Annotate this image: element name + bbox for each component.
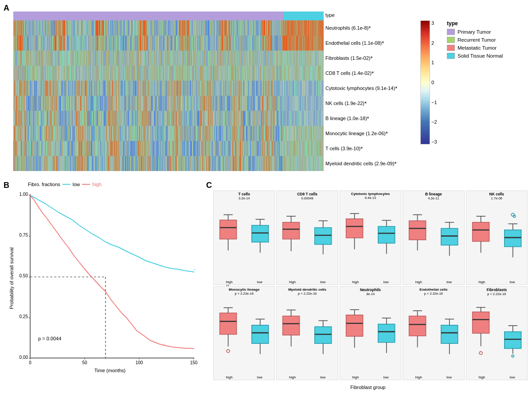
km-plot: 1.00 0.75 0.50 0.25 0.00 0 50 100 150 Ti… [8, 190, 199, 385]
boxplot-t-cells: T cells 3.2e-14 highlow [213, 191, 275, 285]
svg-rect-95 [315, 327, 332, 343]
legend-label-normal: Solid Tissue Normal [458, 53, 503, 58]
boxplot-cytotoxic: Cytotoxic lymphocytes 9.4e-13 highlow [340, 191, 401, 285]
boxplot-grid: T cells 3.2e-14 highlow CD8 [213, 191, 528, 380]
svg-text:+: + [193, 268, 196, 272]
svg-rect-47 [346, 219, 363, 238]
svg-text:Probability of overall surviva: Probability of overall survival [9, 247, 14, 309]
heatmap-row-labels: Neutrophils (6.1e-8)* Endothelial cells … [325, 20, 419, 171]
legend-label-recurrent: Recurrent Tumor [458, 37, 496, 43]
svg-rect-32 [252, 226, 269, 242]
svg-text:50: 50 [82, 360, 87, 365]
type-bar-label: type [325, 12, 335, 18]
boxplot-svg-neutrophils [340, 296, 401, 366]
heatmap-label-4: Cytotoxic lymphocytes (9.1e-14)* [325, 85, 419, 92]
boxplot-x-axis-title: Fibroblast group [350, 385, 386, 390]
svg-rect-67 [472, 222, 489, 241]
svg-text:0.25: 0.25 [20, 314, 28, 319]
boxplot-svg-fibroblasts [466, 296, 527, 366]
svg-point-78 [513, 215, 515, 217]
panel-a: A type Neutrophils (6.1e-8)* Endothelial… [4, 4, 528, 179]
boxplot-pval-endothelial: p < 2.22e-16 [403, 292, 464, 296]
svg-text:0.00: 0.00 [20, 355, 28, 360]
boxplot-cd8: CD8 T cells 0.00048 highlow [276, 191, 338, 285]
svg-text:0.75: 0.75 [20, 233, 28, 237]
legend-label-primary: Primary Tumor [458, 29, 491, 35]
svg-text:Time (months): Time (months) [94, 368, 126, 373]
boxplot-svg-cytotoxic [340, 200, 401, 270]
boxplot-title-neutrophils: Neutrophils [340, 287, 401, 292]
boxplot-pval-t-cells: 3.2e-14 [214, 196, 274, 200]
boxplot-xlabels-nk-cells: highlow [466, 280, 527, 284]
km-legend-low-label: low [73, 182, 80, 187]
svg-rect-85 [252, 325, 269, 343]
boxplot-title-cd8: CD8 T cells [277, 191, 337, 196]
svg-rect-90 [283, 316, 300, 335]
svg-rect-110 [409, 316, 426, 336]
panel-b: B Fibro. fractions low high 1.00 0.75 0.… [4, 181, 203, 398]
legend-item-normal: Solid Tissue Normal [447, 53, 520, 59]
boxplot-pval-cytotoxic: 9.4e-13 [340, 196, 401, 200]
boxplot-xlabels-t-cells: highlow [214, 280, 274, 284]
boxplot-pval-myeloid-dc: p < 2.22e-16 [277, 292, 337, 296]
svg-text:p = 0.0044: p = 0.0044 [38, 336, 61, 341]
svg-text:0: 0 [29, 360, 31, 365]
heatmap-label-9: Myeloid dendritic cells (2.9e-09)* [325, 160, 419, 167]
boxplot-xlabels-myeloid-dc: highlow [277, 375, 337, 379]
boxplot-pval-cd8: 0.00048 [277, 196, 337, 200]
colorbar-gradient [420, 20, 430, 144]
boxplot-svg-b-lineage [403, 200, 464, 270]
km-legend: Fibro. fractions low high [28, 182, 102, 187]
boxplot-neutrophils: Neutrophils 3e-14 highlow [340, 286, 401, 381]
svg-rect-105 [378, 324, 395, 342]
boxplot-pval-fibroblasts: p < 2.22e-16 [466, 292, 527, 296]
legend-title: type [447, 20, 520, 27]
heatmap-label-0: Neutrophils (6.1e-8)* [325, 25, 419, 31]
km-legend-low-line [63, 184, 70, 185]
legend-color-metastatic [447, 45, 455, 51]
svg-text:100: 100 [136, 360, 143, 365]
heatmap-label-3: CD8 T cells (1.4e-02)* [325, 70, 419, 77]
boxplot-xlabels-fibroblasts: highlow [466, 375, 527, 379]
legend-item-metastatic: Metastatic Tumor [447, 45, 520, 51]
panel-c-label: C [206, 181, 212, 190]
boxplot-monocytic: Monocytic lineage p < 2.22e-16 highlow [213, 286, 275, 381]
boxplot-title-t-cells: T cells [214, 191, 274, 196]
boxplot-svg-t-cells [214, 200, 274, 270]
boxplot-xlabels-neutrophils: highlow [340, 375, 401, 379]
type-bar-primary [13, 12, 283, 20]
svg-text:0.50: 0.50 [20, 273, 28, 278]
svg-rect-100 [346, 315, 363, 336]
svg-rect-72 [504, 230, 521, 247]
svg-point-84 [227, 349, 230, 352]
heatmap-body [13, 20, 324, 171]
heatmap-label-6: B lineage (1.0e-18)* [325, 115, 419, 122]
svg-text:150: 150 [190, 360, 198, 365]
legend-item-primary: Primary Tumor [447, 29, 520, 35]
heatmap-label-8: T cells (3.9e-10)* [325, 145, 419, 152]
boxplot-xlabels-endothelial: highlow [403, 375, 464, 379]
boxplot-title-b-lineage: B lineage [403, 191, 464, 196]
type-bar [13, 12, 324, 20]
boxplot-svg-nk-cells [466, 200, 527, 270]
boxplot-title-nk-cells: NK cells [466, 191, 527, 196]
svg-rect-57 [409, 221, 426, 240]
heatmap-label-5: NK cells (1.9e-22)* [325, 100, 419, 107]
boxplot-b-lineage: B lineage 4.2e-11 highlow [403, 191, 464, 285]
svg-rect-126 [504, 331, 521, 348]
km-legend-high-line [82, 184, 90, 185]
panel-a-label: A [4, 4, 9, 13]
panel-b-label: B [4, 181, 9, 190]
boxplot-svg-endothelial [403, 296, 464, 366]
boxplot-pval-nk-cells: 1.7e-06 [466, 196, 527, 200]
boxplot-title-cytotoxic: Cytotoxic lymphocytes [340, 191, 401, 196]
boxplot-pval-b-lineage: 4.2e-11 [403, 196, 464, 200]
boxplot-endothelial: Endothelial cells p < 2.22e-16 highlow [403, 286, 464, 381]
svg-point-125 [479, 351, 482, 354]
heatmap-label-1: Endothelial cells (1.1e-08)* [325, 40, 419, 47]
boxplot-svg-monocytic [214, 296, 274, 366]
heatmap-label-2: Fibroblasts (1.5e-02)* [325, 55, 419, 62]
boxplot-myeloid-dc: Myeloid dendritic cells p < 2.22e-16 hig… [276, 286, 338, 381]
boxplot-pval-monocytic: p < 2.22e-16 [214, 292, 274, 296]
panel-c: C MCP_TME enrichment Fibroblast group T … [206, 181, 530, 398]
